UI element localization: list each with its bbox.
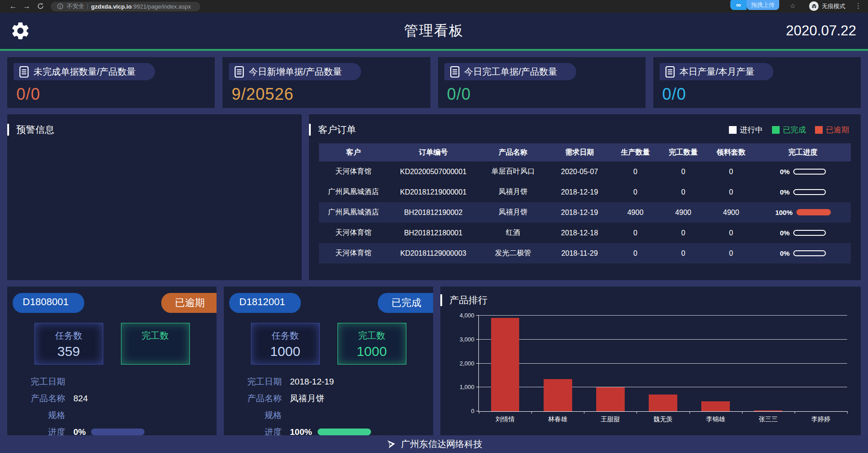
progress-bar (793, 169, 826, 175)
orders-cell-date: 2020-05-07 (548, 161, 612, 182)
legend-item[interactable]: 进行中 (729, 125, 763, 135)
forward-icon[interactable]: → (20, 0, 34, 13)
security-label: 不安全 (67, 2, 84, 10)
company-logo-icon (386, 439, 396, 450)
orders-column-header: 领料套数 (707, 143, 755, 161)
address-bar[interactable]: 不安全 gzdxda.vicp.io:9921/page/index.aspx (51, 2, 200, 11)
back-icon[interactable]: ← (6, 0, 20, 13)
y-axis-label: 4,000 (445, 312, 474, 319)
footer: 广州东信达网络科技 (0, 435, 868, 453)
task-count-value: 359 (35, 344, 103, 359)
orders-cell-progress: 0% (755, 161, 851, 182)
orders-cell-material-sets: 0 (707, 223, 755, 243)
stats-row: 未完成单据数量/产品数量 0/0 今日新增单据/产品数量 9/20526 今日完… (7, 57, 861, 108)
chart-bar (596, 387, 625, 411)
field-label: 规格 (224, 409, 282, 421)
orders-cell-done-qty: 4900 (659, 202, 707, 223)
task-count-box: 任务数 1000 (251, 323, 320, 365)
legend-label: 进行中 (740, 125, 763, 135)
incognito-label: 无痕模式 (822, 2, 845, 10)
progress-percent: 100% (775, 209, 792, 216)
field-label: 规格 (7, 409, 65, 421)
document-icon (450, 66, 460, 78)
field-label: 产品名称 (7, 393, 65, 404)
orders-cell-prod-qty: 4900 (612, 202, 660, 223)
task-progress-bar (91, 429, 145, 435)
legend-swatch-icon (815, 126, 823, 134)
orders-cell-material-sets: 0 (707, 182, 755, 202)
orders-cell-order-no: KD20181129000003 (388, 243, 479, 263)
orders-cell-order-no: KD20181219000001 (388, 182, 479, 202)
warning-panel-title: 预警信息 (16, 123, 54, 136)
chart-bar-slot: 李锦雄 (690, 316, 742, 411)
orders-cell-done-qty: 0 (659, 243, 707, 263)
stat-label-pill: 今日完工单据/产品数量 (444, 63, 577, 80)
orders-table: 客户订单编号产品名称需求日期生产数量完工数量领料套数完工进度 天河体育馆KD20… (319, 143, 851, 263)
x-axis-tick (742, 411, 743, 414)
orders-column-header: 订单编号 (388, 143, 479, 161)
url-text: gzdxda.vicp.io:9921/page/index.aspx (91, 2, 191, 10)
drag-upload-extension-badge[interactable]: ∞ 拖拽上传 (730, 0, 779, 10)
orders-cell-date: 2018-12-19 (548, 202, 612, 223)
orders-cell-customer: 天河体育馆 (319, 223, 388, 243)
browser-menu-icon[interactable]: ⋮ (855, 2, 862, 10)
legend-item[interactable]: 已完成 (772, 125, 806, 135)
stat-label: 今日新增单据/产品数量 (249, 66, 342, 78)
field-label: 完工日期 (224, 376, 282, 388)
y-axis-label: 2,000 (445, 360, 474, 367)
progress-percent: 0% (780, 168, 790, 175)
orders-cell-order-no: KD20200507000001 (388, 161, 479, 182)
done-count-value: 1000 (338, 344, 406, 359)
x-axis-label: 李婷婷 (795, 415, 847, 424)
x-axis-label: 李锦雄 (690, 415, 742, 424)
orders-cell-done-qty: 0 (659, 182, 707, 202)
progress-bar (793, 230, 826, 236)
orders-header-row: 客户订单编号产品名称需求日期生产数量完工数量领料套数完工进度 (319, 143, 851, 161)
orders-cell-progress: 0% (755, 182, 851, 202)
orders-column-header: 生产数量 (612, 143, 660, 161)
orders-table-row: 广州凤凰城酒店BH201812190002凤禧月饼2018-12-1949004… (319, 202, 851, 223)
stat-value: 0/0 (447, 85, 646, 104)
x-axis-tick (690, 411, 690, 414)
field-label: 产品名称 (224, 393, 282, 404)
company-name: 广州东信达网络科技 (401, 438, 482, 450)
bookmark-star-icon[interactable]: ☆ (790, 2, 796, 10)
info-icon (57, 3, 63, 10)
incognito-icon (809, 1, 819, 11)
orders-cell-product: 发光二极管 (478, 243, 548, 263)
orders-cell-customer: 广州凤凰城酒店 (319, 182, 388, 202)
orders-column-header: 完工数量 (659, 143, 707, 161)
y-axis-label: 0 (445, 408, 474, 414)
orders-cell-product: 单层百叶风口 (478, 161, 548, 182)
orders-column-header: 完工进度 (755, 143, 851, 161)
orders-cell-customer: 天河体育馆 (319, 243, 388, 263)
legend-item[interactable]: 已逾期 (815, 125, 849, 135)
title-accent-bar (309, 124, 311, 136)
progress-bar (793, 189, 826, 195)
x-axis-label: 王甜甜 (584, 415, 637, 424)
chart-bar-slot: 李婷婷 (795, 316, 847, 411)
task-status-badge: 已完成 (378, 293, 433, 313)
stat-card: 今日新增单据/产品数量 9/20526 (222, 57, 430, 108)
reload-icon[interactable] (34, 0, 47, 13)
orders-table-row: 天河体育馆KD20181129000003发光二极管2018-11-290000… (319, 243, 851, 263)
orders-cell-customer: 广州凤凰城酒店 (319, 202, 388, 223)
orders-panel-title: 客户订单 (318, 123, 356, 136)
progress-bar (796, 209, 831, 215)
stat-label: 本日产量/本月产量 (680, 66, 755, 78)
chart-bar (754, 410, 782, 411)
chart-bar (491, 318, 520, 411)
legend-swatch-icon (772, 126, 780, 134)
stat-value: 0/0 (16, 85, 215, 104)
progress-percent: 0% (780, 229, 790, 237)
orders-cell-product: 凤禧月饼 (478, 182, 548, 202)
bar-chart: 01,0002,0003,0004,000刘情情林春雄王甜甜魏无羡李锦雄张三三李… (478, 316, 847, 412)
incognito-badge[interactable]: 无痕模式 (809, 1, 845, 11)
chart-bar (544, 379, 572, 411)
stat-label-pill: 未完成单据数量/产品数量 (14, 63, 155, 80)
field-value: 824 (73, 394, 88, 404)
legend-swatch-icon (729, 126, 737, 134)
stat-card: 未完成单据数量/产品数量 0/0 (7, 57, 215, 108)
chart-bar-slot: 魏无羡 (637, 316, 689, 411)
orders-column-header: 需求日期 (548, 143, 612, 161)
